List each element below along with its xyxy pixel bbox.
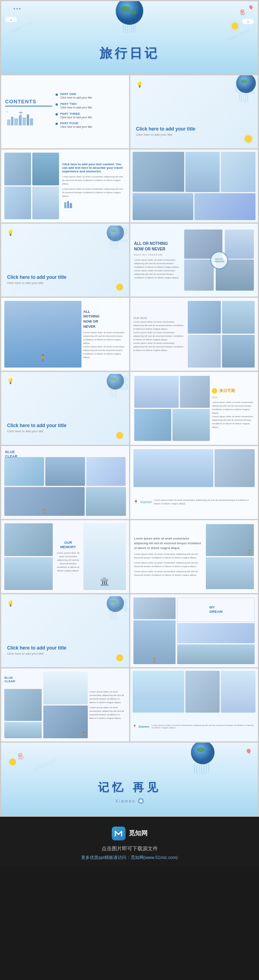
contents-item-1: PART ONEClick here to add your title <box>56 92 125 100</box>
svg-point-0 <box>116 1 143 25</box>
slide-text-content: Lorem ipsum dolor sit amet consectetur a… <box>130 520 258 593</box>
slide-blue-clear: BLUECLEAR 🧍 <box>1 446 129 519</box>
slides-grid: ✦✦✦ ☁ ☁ 🪼 🎈 旅行日记 51WIZ.COM 51WIZ.COM <box>0 0 259 817</box>
slide-contents: CONTENTS ✈ <box>1 75 129 148</box>
svg-rect-8 <box>27 114 29 125</box>
final-title: 记忆 再见 <box>98 780 161 795</box>
svg-point-2 <box>130 10 137 15</box>
svg-rect-5 <box>14 118 18 125</box>
footer-logo: 觅知网 <box>112 827 148 840</box>
footer: 觅知网 点击图片即可下载源文件 更多优质ppt模板请访问：觅知网(www.51m… <box>0 817 259 866</box>
svg-text:✈: ✈ <box>6 111 8 113</box>
slide-final: 🪼 🎈 51WIZ.COM 记忆 再见 Xiamen <box>1 743 258 816</box>
slide-text-photos: Click here to add your text content. You… <box>1 149 129 222</box>
all-or-nothing-title: ALL OR NOTHINGNOW OR NEVER <box>134 241 182 252</box>
logo-icon <box>112 827 126 840</box>
footer-link: 更多优质ppt模板请访问：觅知网(www.51miz.com) <box>81 855 178 861</box>
slide-title: ✦✦✦ ☁ ☁ 🪼 🎈 旅行日记 51WIZ.COM 51WIZ.COM <box>1 1 258 74</box>
svg-point-22 <box>107 596 124 612</box>
svg-point-19 <box>111 229 116 232</box>
watermark: 51WIZ.COM <box>9 20 33 35</box>
svg-point-24 <box>191 743 215 764</box>
blue-clear-label: BLUECLEAR <box>5 450 17 459</box>
svg-rect-3 <box>7 119 10 125</box>
slide-section-04: 04 Click here to add your title Click he… <box>1 594 129 667</box>
svg-rect-16 <box>67 201 69 208</box>
slide-all-or-nothing: ALL OR NOTHINGNOW OR NEVER DESTINY FREED… <box>130 224 258 297</box>
slide-section-01: 01 Click here to add your title Click he… <box>130 75 258 148</box>
main-content: ✦✦✦ ☁ ☁ 🪼 🎈 旅行日记 51WIZ.COM 51WIZ.COM <box>0 0 259 866</box>
svg-point-18 <box>107 226 124 241</box>
stamp-text: DESTINYFREEDOM <box>214 258 224 263</box>
main-title: 旅行日记 <box>1 45 258 62</box>
slide-large-photo: 🧍 ALLNOTHINGNOW ORNEVER Lorem ipsum dolo… <box>1 298 129 371</box>
svg-point-14 <box>241 79 247 83</box>
slide-section-03: 03 Click here to add your title Click he… <box>1 372 129 445</box>
slide-xiamen-1: 📍 Xiamen Lorem ipsum dolor sit amet cons… <box>130 446 258 519</box>
svg-point-25 <box>197 747 205 752</box>
svg-point-21 <box>111 377 116 381</box>
slide-our-mom: OUR MOM Lorem ipsum dolor sit amet conse… <box>130 298 258 371</box>
slide-tomorrow: 来日可期 Sun Lorem ipsum dolor sit amet cons… <box>130 372 258 445</box>
svg-rect-7 <box>22 118 26 125</box>
svg-point-23 <box>111 600 116 603</box>
svg-rect-4 <box>11 117 13 125</box>
slide-my-dream: 🧍 MYDREAM <box>130 594 258 667</box>
watermark-2: 51WIZ.COM <box>226 28 250 43</box>
contents-title: CONTENTS <box>5 99 52 106</box>
contents-item-4: PART FOURClick here to add your title <box>56 121 125 129</box>
svg-rect-6 <box>19 116 22 125</box>
logo-text: 觅知网 <box>129 829 148 838</box>
footer-cta[interactable]: 点击图片即可下载源文件 <box>102 845 158 852</box>
svg-point-1 <box>121 6 130 12</box>
contents-item-2: PART TWOClick here to add your title <box>56 102 125 110</box>
slide-section-02: 02 Click here to add your title Click he… <box>1 224 129 297</box>
svg-rect-9 <box>30 118 33 125</box>
svg-point-20 <box>107 374 124 390</box>
slide-photos-row-1 <box>130 149 258 222</box>
svg-rect-15 <box>64 202 67 208</box>
slide-our-memory: OURMEMORY Lorem ipsum dolor sit amet con… <box>1 520 129 593</box>
slide-beach-photos: 📍 Xiamen Lorem ipsum dolor sit amet cons… <box>130 668 258 741</box>
our-memory-label: OURMEMORY <box>60 541 76 549</box>
svg-rect-17 <box>70 203 72 208</box>
contents-item-3: PART THREEClick here to add your title <box>56 112 125 119</box>
my-dream-label: MYDREAM <box>209 605 222 614</box>
slide-blue-clear-2: BLUECLEAR 🧍 Lorem ipsum dolor sit amet c… <box>1 668 129 741</box>
svg-point-13 <box>236 75 256 93</box>
